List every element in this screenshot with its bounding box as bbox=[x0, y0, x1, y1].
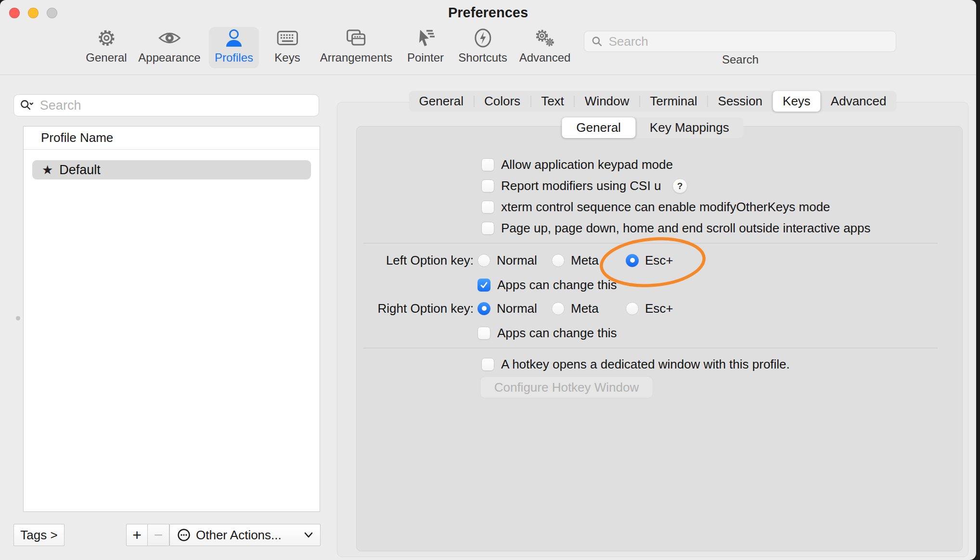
radio-right-meta: Meta bbox=[552, 300, 599, 317]
ellipsis-circle-icon bbox=[177, 528, 191, 542]
configure-hotkey-window-button[interactable]: Configure Hotkey Window bbox=[480, 376, 653, 398]
chevron-down-icon bbox=[304, 532, 313, 538]
checkbox-label[interactable]: Report modifiers using CSI u bbox=[501, 178, 661, 193]
subtab-general[interactable]: General bbox=[562, 117, 635, 138]
profile-name: Default bbox=[59, 163, 101, 178]
tab-window[interactable]: Window bbox=[575, 91, 639, 112]
radio-button-selected[interactable] bbox=[626, 254, 639, 267]
profile-section-tabs: General Colors Text Window Terminal Sess… bbox=[409, 91, 896, 112]
person-icon bbox=[222, 26, 246, 50]
radio-button-selected[interactable] bbox=[477, 302, 490, 315]
checkbox-row: A hotkey opens a dedicated window with t… bbox=[481, 356, 790, 373]
toolbar-item-appearance[interactable]: Appearance bbox=[138, 26, 200, 64]
checkbox-label[interactable]: Apps can change this bbox=[497, 278, 617, 293]
checkbox-row: Report modifiers using CSI u bbox=[481, 177, 661, 194]
scoped-search-icon bbox=[20, 99, 33, 112]
radio-label[interactable]: Esc+ bbox=[645, 301, 673, 316]
profile-list-header: Profile Name bbox=[24, 127, 320, 150]
screenshot-stage: Preferences General Appearance Pro bbox=[0, 0, 980, 560]
subtab-key-mappings[interactable]: Key Mappings bbox=[635, 117, 744, 138]
toolbar-search-field[interactable] bbox=[584, 31, 896, 52]
section-separator bbox=[363, 243, 938, 243]
checkbox-right-apps-change[interactable] bbox=[477, 327, 490, 340]
checkbox-csi-u[interactable] bbox=[481, 179, 494, 192]
toolbar-search-caption: Search bbox=[722, 53, 759, 66]
window-title: Preferences bbox=[0, 5, 976, 21]
toolbar-item-label: Keys bbox=[274, 51, 300, 64]
toolbar-item-profiles[interactable]: Profiles bbox=[215, 26, 253, 64]
toolbar-item-keys[interactable]: Keys bbox=[274, 26, 300, 64]
pane-resize-handle[interactable] bbox=[16, 316, 20, 320]
checkbox-left-apps-change-checked[interactable] bbox=[477, 279, 490, 292]
radio-label[interactable]: Esc+ bbox=[645, 253, 673, 268]
tab-colors[interactable]: Colors bbox=[474, 91, 530, 112]
checkbox-hotkey-window[interactable] bbox=[481, 358, 494, 371]
checkbox-allow-keypad[interactable] bbox=[481, 158, 494, 171]
toolbar-item-label: Arrangements bbox=[320, 51, 393, 64]
tab-advanced[interactable]: Advanced bbox=[821, 91, 897, 112]
tab-terminal[interactable]: Terminal bbox=[640, 91, 707, 112]
right-option-key-label: Right Option key: bbox=[329, 300, 474, 317]
checkbox-row: Apps can change this bbox=[477, 276, 617, 293]
radio-left-esc: Esc+ bbox=[626, 252, 673, 269]
checkbox-page-scroll[interactable] bbox=[481, 222, 494, 235]
toolbar-item-label: General bbox=[86, 51, 127, 64]
toolbar-separator bbox=[0, 75, 976, 75]
checkbox-row: Apps can change this bbox=[477, 324, 617, 342]
radio-label[interactable]: Normal bbox=[497, 253, 537, 268]
toolbar-item-arrangements[interactable]: Arrangements bbox=[320, 26, 393, 64]
left-option-key-label: Left Option key: bbox=[329, 252, 474, 269]
profile-search-input[interactable] bbox=[39, 98, 313, 114]
toolbar-item-shortcuts[interactable]: Shortcuts bbox=[458, 26, 507, 64]
star-icon: ★ bbox=[42, 163, 53, 178]
profile-search-field[interactable] bbox=[13, 94, 319, 116]
checkbox-row: Allow application keypad mode bbox=[481, 156, 673, 173]
toolbar-item-general[interactable]: General bbox=[86, 26, 127, 64]
radio-label[interactable]: Meta bbox=[571, 301, 599, 316]
radio-label[interactable]: Meta bbox=[571, 253, 599, 268]
toolbar-item-label: Shortcuts bbox=[458, 51, 507, 64]
checkbox-modify-other-keys[interactable] bbox=[481, 201, 494, 214]
checkbox-label[interactable]: Allow application keypad mode bbox=[501, 157, 673, 172]
toolbar-item-label: Profiles bbox=[215, 51, 253, 64]
toolbar-search-input[interactable] bbox=[607, 34, 889, 50]
checkbox-label[interactable]: Apps can change this bbox=[497, 326, 617, 341]
add-remove-group: + − bbox=[126, 524, 169, 546]
checkbox-label[interactable]: A hotkey opens a dedicated window with t… bbox=[501, 357, 790, 372]
radio-left-normal: Normal bbox=[477, 252, 537, 269]
keys-subtabs: General Key Mappings bbox=[562, 117, 743, 138]
preferences-window: Preferences General Appearance Pro bbox=[0, 0, 976, 560]
section-separator bbox=[363, 348, 938, 348]
check-icon bbox=[479, 280, 489, 290]
windows-icon bbox=[344, 26, 368, 50]
checkbox-row: Page up, page down, home and end scroll … bbox=[481, 219, 871, 237]
add-profile-button[interactable]: + bbox=[126, 524, 148, 546]
other-actions-dropdown[interactable]: Other Actions... bbox=[169, 524, 321, 546]
gears-icon bbox=[533, 26, 557, 50]
keyboard-icon bbox=[275, 26, 299, 50]
checkbox-label[interactable]: Page up, page down, home and end scroll … bbox=[501, 221, 871, 236]
toolbar-item-label: Pointer bbox=[407, 51, 444, 64]
radio-right-esc: Esc+ bbox=[626, 300, 673, 317]
profile-row-default[interactable]: ★ Default bbox=[32, 160, 311, 179]
tab-keys[interactable]: Keys bbox=[773, 91, 821, 112]
radio-right-normal: Normal bbox=[477, 300, 537, 317]
tab-text[interactable]: Text bbox=[531, 91, 574, 112]
radio-label[interactable]: Normal bbox=[497, 301, 537, 316]
radio-button[interactable] bbox=[552, 302, 565, 315]
search-icon bbox=[591, 35, 603, 48]
radio-button[interactable] bbox=[477, 254, 490, 267]
cursor-icon bbox=[413, 26, 438, 50]
checkbox-row: xterm control sequence can enable modify… bbox=[481, 198, 830, 216]
radio-button[interactable] bbox=[552, 254, 565, 267]
remove-profile-button[interactable]: − bbox=[148, 524, 169, 546]
tab-session[interactable]: Session bbox=[708, 91, 773, 112]
radio-button[interactable] bbox=[626, 302, 639, 315]
toolbar-item-pointer[interactable]: Pointer bbox=[407, 26, 444, 64]
gear-icon bbox=[94, 26, 118, 50]
toolbar-item-advanced[interactable]: Advanced bbox=[519, 26, 571, 64]
help-button[interactable]: ? bbox=[672, 178, 687, 193]
tab-general[interactable]: General bbox=[409, 91, 474, 112]
tags-button[interactable]: Tags > bbox=[13, 524, 64, 546]
checkbox-label[interactable]: xterm control sequence can enable modify… bbox=[501, 200, 830, 215]
